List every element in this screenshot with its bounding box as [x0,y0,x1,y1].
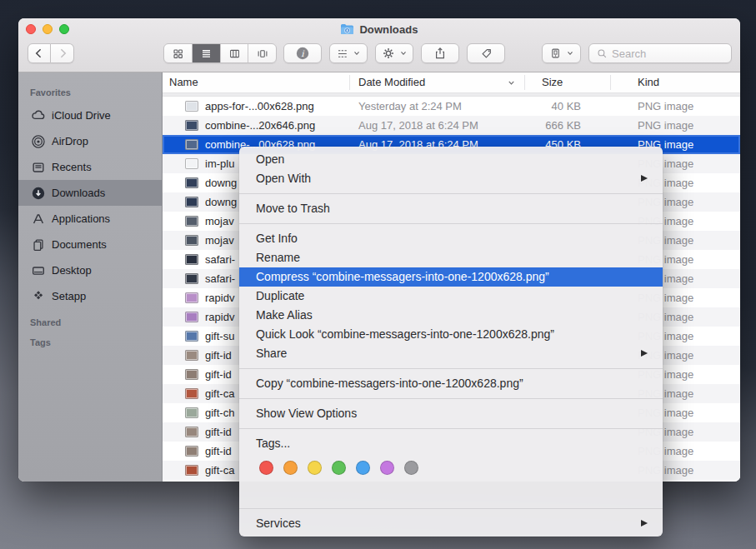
sidebar-item-label: Downloads [52,187,105,199]
tag-purple-button[interactable] [380,461,394,475]
list-view-button[interactable] [192,44,220,62]
cloud-icon [30,107,46,123]
column-view-button[interactable] [220,44,248,62]
gear-icon [382,47,395,60]
sidebar-item-icloud-drive[interactable]: iCloud Drive [23,102,157,128]
menu-item-show-view-options[interactable]: Show View Options [239,404,663,423]
menu-item-copy[interactable]: Copy “combine-messagers-into-one-1200x62… [239,374,663,393]
column-divider[interactable] [610,75,611,90]
tag-green-button[interactable] [332,461,346,475]
file-name: mojav [205,215,234,227]
sidebar-item-setapp[interactable]: Setapp [23,283,157,309]
chevron-down-icon [399,49,408,57]
file-row[interactable]: apps-for-...00x628.pngYesterday at 2:24 … [163,97,740,116]
column-header-name[interactable]: Name [169,76,198,88]
menu-separator [239,428,663,429]
column-header-kind[interactable]: Kind [638,76,659,88]
file-thumbnail-icon [185,292,198,303]
menu-item-open-with[interactable]: Open With [239,169,663,188]
file-row[interactable]: combine-...20x646.pngAug 17, 2018 at 6:2… [163,116,740,135]
menu-item-services[interactable]: Services [239,514,663,533]
sidebar-item-label: iCloud Drive [52,109,111,122]
file-date-modified: Yesterday at 2:24 PM [358,100,462,112]
tag-button[interactable] [467,43,505,63]
sidebar-section-shared: Shared [30,317,162,329]
file-date-modified: Aug 17, 2018 at 6:24 PM [358,119,478,132]
recents-icon [30,159,46,175]
back-button[interactable] [28,43,51,63]
icon-view-button[interactable] [164,44,192,62]
file-thumbnail-icon [185,350,198,361]
file-name: downg [205,196,237,208]
forward-button[interactable] [51,43,74,63]
airdrop-icon [30,133,46,149]
share-button[interactable] [421,43,459,63]
sidebar: FavoritesiCloud DriveAirDropRecentsDownl… [18,72,163,482]
tag-yellow-button[interactable] [308,461,322,475]
menu-item-rename[interactable]: Rename [239,248,663,267]
file-thumbnail-icon [185,158,198,169]
sidebar-item-applications[interactable]: Applications [23,206,157,232]
menu-item-open[interactable]: Open [239,150,663,169]
window-title: Downloads [359,23,418,36]
column-divider[interactable] [524,75,525,90]
menu-separator [239,223,663,224]
sort-descending-icon[interactable] [507,78,516,87]
file-thumbnail-icon [185,254,198,265]
search-icon [597,48,608,59]
tag-gray-button[interactable] [404,461,418,475]
column-header-date-modified[interactable]: Date Modified [358,76,425,88]
menu-separator [239,508,663,509]
file-thumbnail-icon [185,407,198,418]
file-thumbnail-icon [185,465,198,476]
file-thumbnail-icon [185,139,198,150]
search-field[interactable]: Search [588,43,732,63]
sidebar-item-label: Recents [52,161,92,173]
sidebar-section-tags: Tags [30,337,162,349]
file-kind: PNG image [638,100,693,112]
file-thumbnail-icon [185,331,198,342]
sidebar-item-desktop[interactable]: Desktop [23,257,157,283]
grid-view-icon [172,47,184,60]
menu-item-move-to-trash[interactable]: Move to Trash [239,199,663,218]
file-thumbnail-icon [185,427,198,437]
device-icon [549,47,562,60]
device-menu-button[interactable] [542,43,581,63]
sidebar-item-recents[interactable]: Recents [23,154,157,180]
column-divider[interactable] [349,75,350,90]
menu-item-get-info[interactable]: Get Info [239,229,663,248]
file-thumbnail-icon [185,446,198,457]
file-kind: PNG image [638,119,693,132]
get-info-button[interactable]: i [283,43,322,63]
toolbar: i [18,43,740,65]
sidebar-item-airdrop[interactable]: AirDrop [23,128,157,154]
chevron-down-icon [353,49,361,57]
sidebar-item-label: Documents [52,238,107,251]
column-header-size[interactable]: Size [542,76,563,88]
file-name: downg [205,177,237,189]
sidebar-item-documents[interactable]: Documents [23,232,157,257]
submenu-arrow-icon [641,520,648,527]
file-name: combine-...20x646.png [205,119,315,132]
file-name: gift-su [205,330,234,342]
file-name: apps-for-...00x628.png [205,100,314,112]
gallery-view-button[interactable] [248,44,276,62]
chevron-right-icon [56,47,69,60]
file-name: mojav [205,234,234,247]
group-by-button[interactable] [329,43,368,63]
menu-item-duplicate[interactable]: Duplicate [239,287,663,306]
menu-item-compress[interactable]: Compress “combine-messagers-into-one-120… [239,267,663,287]
menu-item-quick-look[interactable]: Quick Look “combine-messagers-into-one-1… [239,325,663,344]
sidebar-item-downloads[interactable]: Downloads [18,180,162,206]
tag-blue-button[interactable] [356,461,370,475]
action-menu-button[interactable] [375,43,413,63]
menu-item-tags[interactable]: Tags... [239,434,663,453]
file-thumbnail-icon [185,197,198,207]
menu-item-share[interactable]: Share [239,344,663,363]
tag-orange-button[interactable] [283,461,298,475]
list-header: Name Date Modified Size Kind [163,72,740,93]
menu-item-make-alias[interactable]: Make Alias [239,306,663,325]
tag-red-button[interactable] [259,461,273,475]
file-thumbnail-icon [185,388,198,399]
menu-spacer [239,482,663,503]
